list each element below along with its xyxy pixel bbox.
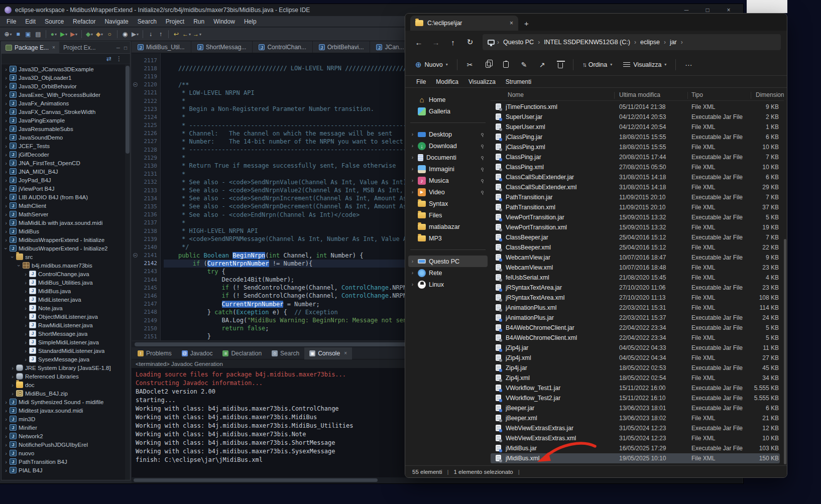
breadcrumb-item-intel-ssdpeknw512g8-c[interactable]: INTEL SSDPEKNW512G8 (C:) xyxy=(541,39,633,46)
file-row-webcamview-xml[interactable]: WebcamView.xml10/07/2016 18:48File XML23… xyxy=(491,263,780,273)
chevron-icon[interactable]: › xyxy=(4,399,9,405)
chevron-icon[interactable]: › xyxy=(4,143,9,149)
sidebar-item-documenti[interactable]: ›Documenti xyxy=(408,152,488,163)
file-row-jbeeper-jar[interactable]: jBeeper.jar13/06/2023 18:01Executable Ja… xyxy=(491,403,780,413)
forward-icon[interactable]: →▾ xyxy=(192,29,202,39)
tree-item-note-java[interactable]: ›Note.java xyxy=(2,304,125,312)
sidebar-item-mp3[interactable]: MP3 xyxy=(408,232,488,244)
chevron-icon[interactable]: › xyxy=(410,259,415,264)
column-separator[interactable] xyxy=(751,92,751,99)
menu-file[interactable]: File xyxy=(2,16,21,27)
chevron-icon[interactable]: › xyxy=(4,442,9,448)
explorer-menu-strumenti[interactable]: Strumenti xyxy=(502,78,535,85)
file-row-classcallsubextender-xml[interactable]: ClassCallSubExtender.xml31/08/2015 14:18… xyxy=(491,182,780,192)
sidebar-item-video[interactable]: ›▶Video xyxy=(408,186,488,198)
chevron-icon[interactable]: › xyxy=(410,155,415,160)
file-row-jzip4j-jar[interactable]: jZip4j.jar04/05/2022 04:33Executable Jar… xyxy=(491,343,780,353)
tree-item-joypad-b4j[interactable]: ›JoyPad_B4J xyxy=(2,176,125,184)
editor-tab-controlchan[interactable]: JControlChan... xyxy=(253,41,312,53)
file-row-vworkflow-test2-jar[interactable]: VWorkflow_Test2.jar15/11/2022 16:10Execu… xyxy=(491,393,780,403)
file-row-webviewextrasextras-xml[interactable]: WebViewExtrasExtras.xml31/05/2024 12:23F… xyxy=(491,433,780,443)
tree-item-javapingexample[interactable]: ›JavaPingExample xyxy=(2,116,125,124)
save-all-icon[interactable]: ▣ xyxy=(23,29,33,39)
chevron-icon[interactable]: › xyxy=(4,459,9,465)
tree-item-java3d-objloader1[interactable]: ›Java3D_ObjLoader1 xyxy=(2,73,125,82)
delete-icon[interactable] xyxy=(552,57,569,73)
column-header-dimensione[interactable]: Dimensione xyxy=(756,91,784,98)
close-console-icon[interactable]: × xyxy=(344,350,347,356)
chevron-icon[interactable]: › xyxy=(4,425,9,431)
chevron-icon[interactable]: › xyxy=(4,177,9,183)
maximize-view-icon[interactable]: □ xyxy=(124,45,127,51)
console-horizontal-scrollbar[interactable] xyxy=(132,477,742,483)
forward-icon[interactable]: → xyxy=(428,35,443,50)
sidebar-item-desktop[interactable]: ›Desktop xyxy=(408,129,488,140)
more-options-icon[interactable]: ··· xyxy=(680,57,697,73)
tree-item-shortmessage-java[interactable]: ›ShortMessage.java xyxy=(2,329,125,338)
refresh-icon[interactable]: ↻ xyxy=(462,35,478,50)
chevron-icon[interactable]: › xyxy=(23,314,28,320)
tree-item-midibus-utilities-java[interactable]: ›MidiBus_Utilities.java xyxy=(2,278,125,287)
tree-item-objectmidilistener-java[interactable]: ›ObjectMidiListener.java xyxy=(2,312,125,321)
chevron-expanded-icon[interactable]: › xyxy=(3,246,9,251)
console-tab-problems[interactable]: !Problems xyxy=(133,347,177,359)
file-row-janimationplus-xml[interactable]: jAnimationPlus.xml22/03/2021 15:31File X… xyxy=(491,303,780,313)
chevron-icon[interactable]: › xyxy=(4,92,9,98)
file-row-superuser-jar[interactable]: SuperUser.jar04/12/2014 20:53Executable … xyxy=(491,112,780,122)
explorer-menu-modifica[interactable]: Modifica xyxy=(432,78,462,85)
address-bar[interactable]: ›Questo PC›INTEL SSDPEKNW512G8 (C:)›ecli… xyxy=(483,34,781,50)
menu-refactor[interactable]: Refactor xyxy=(68,16,100,27)
chevron-icon[interactable]: › xyxy=(4,220,9,226)
external-tools-icon[interactable]: ▶▾ xyxy=(130,29,140,39)
file-row-zip4j-jar[interactable]: Zip4j.jar18/05/2022 02:53Executable Jar … xyxy=(491,363,780,373)
profile-icon[interactable]: ▶▾ xyxy=(69,29,79,39)
tree-item-minifier[interactable]: ›Minifier xyxy=(2,423,125,432)
tree-item-javasounddemo[interactable]: ›JavaSoundDemo xyxy=(2,133,125,142)
close-tab-icon[interactable]: × xyxy=(510,20,513,27)
tree-item-pathtransition-b4j[interactable]: ›PathTransition B4J xyxy=(2,457,125,466)
menu-source[interactable]: Source xyxy=(40,16,68,27)
console-tab-search[interactable]: ○Search xyxy=(267,347,304,359)
new-tab-button[interactable]: + xyxy=(524,19,529,28)
chevron-icon[interactable]: › xyxy=(23,288,28,294)
tree-item-mathclient[interactable]: ›MathClient xyxy=(2,201,125,210)
chevron-icon[interactable]: › xyxy=(4,66,9,72)
tree-item-miditest-javax-sound-midi[interactable]: ›Miditest javax.sound.midi xyxy=(2,406,125,415)
file-row-viewporttransition-jar[interactable]: ViewPortTransition.jar15/09/2015 13:32Ex… xyxy=(491,212,780,222)
chevron-icon[interactable]: › xyxy=(4,160,9,166)
chevron-icon[interactable]: › xyxy=(23,348,28,354)
tree-item-simplemidilistener-java[interactable]: ›SimpleMidiListener.java xyxy=(2,338,125,346)
tree-item-midilistener-java[interactable]: ›MidiListener.java xyxy=(2,295,125,304)
chevron-icon[interactable]: › xyxy=(23,322,28,328)
search-icon[interactable]: ◉ xyxy=(120,29,130,39)
file-row-vworkflow-test1-jar[interactable]: VWorkflow_Test1.jar15/11/2022 16:00Execu… xyxy=(491,383,780,393)
console-tab-declaration[interactable]: ≡Declaration xyxy=(217,347,267,359)
chevron-icon[interactable]: › xyxy=(410,178,415,183)
tree-item-midibus[interactable]: ›MidiBus xyxy=(2,227,125,235)
console-tab-console[interactable]: ▣Console× xyxy=(304,347,352,359)
ordina-button[interactable]: ↑↓ Ordina ▾ xyxy=(577,57,618,73)
file-row-classcallsubextender-jar[interactable]: ClassCallSubExtender.jar31/08/2015 14:18… xyxy=(491,172,780,182)
chevron-icon[interactable]: › xyxy=(23,339,28,345)
chevron-icon[interactable]: › xyxy=(410,143,415,149)
file-row-jzip4j-xml[interactable]: jZip4j.xml04/05/2022 04:34File XML27 KB xyxy=(491,353,780,363)
menu-search[interactable]: Search xyxy=(133,16,161,27)
tree-item-javafx-animations[interactable]: ›JavaFx_Animations xyxy=(2,99,125,107)
tree-item-referenced-libraries[interactable]: ›Referenced Libraries xyxy=(2,372,125,381)
file-row-jclassping-jar[interactable]: jClassPing.jar18/08/2015 15:55Executable… xyxy=(491,132,780,142)
chevron-icon[interactable]: › xyxy=(23,280,28,286)
scrollbar-thumb[interactable] xyxy=(134,478,378,482)
chevron-icon[interactable]: › xyxy=(4,467,9,473)
run-icon[interactable]: ▶▾ xyxy=(59,29,69,39)
file-row-classbeeper-jar[interactable]: ClassBeeper.jar25/04/2016 15:12Executabl… xyxy=(491,232,780,242)
chevron-icon[interactable]: › xyxy=(4,450,9,456)
breadcrumb-item-questo-pc[interactable]: Questo PC xyxy=(500,39,537,46)
link-with-editor-icon[interactable]: ⇄ xyxy=(106,55,111,62)
breadcrumb-item-jar[interactable]: jar xyxy=(667,39,680,46)
paste-icon[interactable] xyxy=(498,57,515,73)
file-row-classbeeper-xml[interactable]: ClassBeeper.xml25/04/2016 15:12File XML2… xyxy=(491,242,780,253)
next-annotation-icon[interactable]: ↓ xyxy=(146,29,156,39)
chevron-icon[interactable]: › xyxy=(23,271,28,277)
tree-item-lib-audio-b4j-from-b4a[interactable]: ›LIB AUDIO B4J (from B4A) xyxy=(2,193,125,201)
file-row-jclassping-xml[interactable]: jClassPing.xml18/08/2015 15:55File XML10… xyxy=(491,142,780,152)
